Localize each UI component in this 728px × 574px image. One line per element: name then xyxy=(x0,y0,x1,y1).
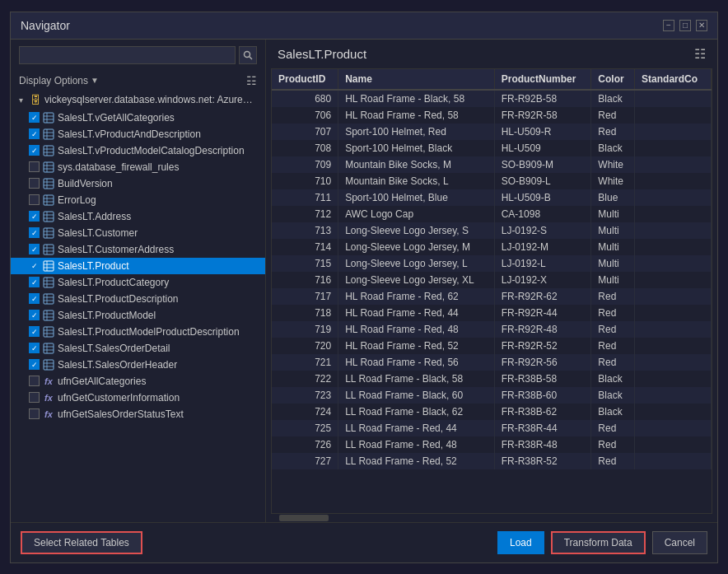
checkbox-Product[interactable]: ✓ xyxy=(29,260,40,271)
tree-item-label-ErrorLog: ErrorLog xyxy=(58,194,257,206)
tree-item-BuildVersion[interactable]: BuildVersion xyxy=(11,175,265,192)
table-row: 680HL Road Frame - Black, 58FR-R92B-58Bl… xyxy=(272,90,712,107)
checkbox-SalesOrderHeader[interactable]: ✓ xyxy=(29,359,40,370)
display-options-toggle[interactable]: Display Options ▼ xyxy=(19,75,99,86)
tree-item-CustomerAddress[interactable]: ✓SalesLT.CustomerAddress xyxy=(11,241,265,258)
cell-std xyxy=(635,173,712,189)
right-panel: SalesLT.Product ☷ ProductIDNameProductNu… xyxy=(266,40,717,522)
tree-item-ProductModel[interactable]: ✓SalesLT.ProductModel xyxy=(11,307,265,324)
tree-item-Product[interactable]: ✓SalesLT.Product xyxy=(11,258,265,274)
svg-rect-22 xyxy=(44,195,54,205)
tree-item-label-ProductModel: SalesLT.ProductModel xyxy=(58,310,257,321)
cell-number: FR-R38R-52 xyxy=(494,453,591,469)
icon-BuildVersion xyxy=(43,178,54,189)
close-button[interactable]: ✕ xyxy=(696,20,707,31)
tree-item-vProductModelCatalog[interactable]: ✓SalesLT.vProductModelCatalogDescription xyxy=(11,142,265,159)
display-options-icon[interactable]: ☷ xyxy=(246,74,257,87)
icon-vProductModelCatalog xyxy=(43,145,54,156)
maximize-button[interactable]: □ xyxy=(679,20,691,31)
tree-item-label-CustomerAddress: SalesLT.CustomerAddress xyxy=(58,244,257,255)
tree-item-label-Customer: SalesLT.Customer xyxy=(58,227,257,239)
checkbox-ProductModel[interactable]: ✓ xyxy=(29,310,40,320)
cell-name: HL Road Frame - Red, 48 xyxy=(338,321,495,338)
func-icon-ufnGetAllCategories: fx xyxy=(43,376,54,386)
svg-rect-26 xyxy=(44,212,54,222)
table-row: 719HL Road Frame - Red, 48FR-R92R-48Red xyxy=(272,321,712,338)
checkbox-ufnGetAllCategories[interactable] xyxy=(29,376,40,386)
icon-sys_firewall xyxy=(43,161,54,173)
data-table-wrapper[interactable]: ProductIDNameProductNumberColorStandardC… xyxy=(271,68,712,514)
checkbox-Customer[interactable]: ✓ xyxy=(29,227,40,238)
cell-id: 714 xyxy=(272,239,338,255)
cancel-button[interactable]: Cancel xyxy=(652,531,707,554)
tree-item-ufnGetSalesOrder[interactable]: fxufnGetSalesOrderStatusText xyxy=(11,406,265,422)
tree-item-ProductModelDesc[interactable]: ✓SalesLT.ProductModelProductDescription xyxy=(11,324,265,340)
checkbox-Address[interactable]: ✓ xyxy=(29,211,40,222)
checkbox-vProductModelCatalog[interactable]: ✓ xyxy=(29,145,40,156)
left-panel: Display Options ▼ ☷ ▾ 🗄 vickeysqlserver.… xyxy=(11,40,266,522)
cell-color: Black xyxy=(591,90,635,107)
cell-color: White xyxy=(591,156,635,173)
cell-std xyxy=(635,321,712,338)
tree-item-vGetAllCategories[interactable]: ✓SalesLT.vGetAllCategories xyxy=(11,110,265,126)
tree-container[interactable]: ▾ 🗄 vickeysqlserver.database.windows.net… xyxy=(11,91,265,522)
checkbox-vGetAllCategories[interactable]: ✓ xyxy=(29,112,40,123)
table-row: 708Sport-100 Helmet, BlackHL-U509Black xyxy=(272,140,712,156)
tree-item-sys_firewall[interactable]: sys.database_firewall_rules xyxy=(11,159,265,175)
cell-std xyxy=(635,387,712,404)
cell-id: 721 xyxy=(272,354,338,371)
tree-item-SalesOrderDetail[interactable]: ✓SalesLT.SalesOrderDetail xyxy=(11,340,265,357)
tree-item-Address[interactable]: ✓SalesLT.Address xyxy=(11,208,265,225)
checkbox-ProductModelDesc[interactable]: ✓ xyxy=(29,326,40,337)
search-input[interactable] xyxy=(19,46,236,64)
search-icon xyxy=(243,50,253,60)
table-row: 718HL Road Frame - Red, 44FR-R92R-44Red xyxy=(272,305,712,321)
tree-item-ProductDescription[interactable]: ✓SalesLT.ProductDescription xyxy=(11,291,265,307)
checkbox-ufnGetCustomerInfo[interactable] xyxy=(29,392,40,403)
checkbox-ProductDescription[interactable]: ✓ xyxy=(29,293,40,304)
cell-name: Sport-100 Helmet, Red xyxy=(338,124,495,140)
svg-rect-46 xyxy=(44,294,54,304)
icon-CustomerAddress xyxy=(43,244,54,255)
table-row: 714Long-Sleeve Logo Jersey, MLJ-0192-MMu… xyxy=(272,239,712,255)
server-root-item[interactable]: ▾ 🗄 vickeysqlserver.database.windows.net… xyxy=(11,91,265,110)
search-button[interactable] xyxy=(239,46,257,64)
cell-color: Red xyxy=(591,453,635,469)
cell-number: CA-1098 xyxy=(494,206,591,222)
tree-item-SalesOrderHeader[interactable]: ✓SalesLT.SalesOrderHeader xyxy=(11,357,265,373)
select-related-button[interactable]: Select Related Tables xyxy=(21,531,142,554)
checkbox-CustomerAddress[interactable]: ✓ xyxy=(29,244,40,254)
table-options-icon[interactable]: ☷ xyxy=(694,46,706,62)
cell-color: Black xyxy=(591,404,635,420)
checkbox-SalesOrderDetail[interactable]: ✓ xyxy=(29,343,40,353)
checkbox-sys_firewall[interactable] xyxy=(29,161,40,172)
checkbox-ProductCategory[interactable]: ✓ xyxy=(29,277,40,287)
transform-data-button[interactable]: Transform Data xyxy=(551,531,646,554)
minimize-button[interactable]: − xyxy=(663,20,674,31)
tree-item-Customer[interactable]: ✓SalesLT.Customer xyxy=(11,225,265,241)
tree-item-ufnGetCustomerInfo[interactable]: fxufnGetCustomerInformation xyxy=(11,390,265,406)
tree-item-vProductAndDescription[interactable]: ✓SalesLT.vProductAndDescription xyxy=(11,126,265,142)
cell-id: 724 xyxy=(272,404,338,420)
tree-item-ProductCategory[interactable]: ✓SalesLT.ProductCategory xyxy=(11,274,265,291)
scrollbar-thumb[interactable] xyxy=(279,515,329,521)
cell-name: LL Road Frame - Black, 60 xyxy=(338,387,495,404)
cell-number: FR-R92R-52 xyxy=(494,338,591,354)
tree-item-ufnGetAllCategories[interactable]: fxufnGetAllCategories xyxy=(11,373,265,390)
cell-std xyxy=(635,338,712,354)
checkbox-ufnGetSalesOrder[interactable] xyxy=(29,408,40,419)
icon-Address xyxy=(43,211,54,222)
horizontal-scrollbar[interactable] xyxy=(271,514,712,522)
cell-number: FR-R92R-62 xyxy=(494,288,591,305)
tree-item-label-ufnGetCustomerInfo: ufnGetCustomerInformation xyxy=(58,392,257,404)
table-row: 717HL Road Frame - Red, 62FR-R92R-62Red xyxy=(272,288,712,305)
svg-rect-14 xyxy=(44,162,54,172)
cell-name: LL Road Frame - Red, 44 xyxy=(338,420,495,436)
cell-number: LJ-0192-S xyxy=(494,222,591,239)
tree-item-ErrorLog[interactable]: ErrorLog xyxy=(11,192,265,208)
cell-number: FR-R92R-58 xyxy=(494,107,591,124)
load-button[interactable]: Load xyxy=(497,531,544,554)
checkbox-BuildVersion[interactable] xyxy=(29,178,40,189)
checkbox-vProductAndDescription[interactable]: ✓ xyxy=(29,128,40,139)
checkbox-ErrorLog[interactable] xyxy=(29,194,40,205)
